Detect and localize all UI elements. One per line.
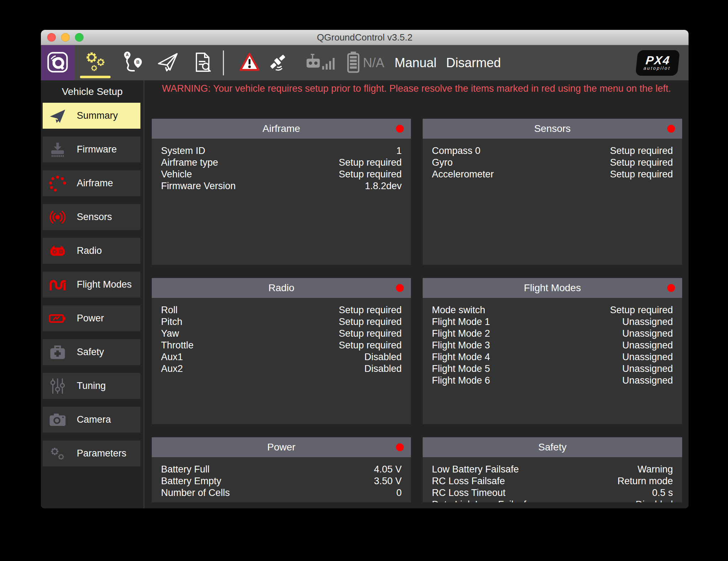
panel-body: Mode switchSetup requiredFlight Mode 1Un… (423, 298, 682, 386)
table-row: RC Loss FailsafeReturn mode (432, 475, 673, 487)
row-label: Throttle (161, 340, 194, 351)
row-label: Roll (161, 304, 178, 316)
sidebar-item-summary[interactable]: Summary (43, 103, 140, 129)
sidebar-item-parameters[interactable]: Parameters (43, 440, 140, 466)
tab-vehicle-setup[interactable] (79, 45, 111, 81)
app-window: QGroundControl v3.5.2 (41, 30, 689, 508)
flight-mode-button[interactable]: Manual (395, 45, 437, 81)
table-row: VehicleSetup required (161, 169, 402, 180)
safety-icon (47, 343, 68, 361)
row-label: Firmware Version (161, 180, 236, 192)
sidebar-item-safety[interactable]: Safety (43, 339, 140, 365)
row-label: Aux2 (161, 363, 183, 375)
panel-power: Power Battery Full4.05 VBattery Empty3.5… (152, 437, 411, 502)
route-icon: A B (122, 51, 145, 75)
battery-status-text: N/A (363, 45, 384, 81)
setup-sidebar: Vehicle Setup Summary (41, 80, 144, 508)
panel-body: Compass 0Setup requiredGyroSetup require… (423, 139, 682, 180)
sidebar-title: Vehicle Setup (41, 86, 144, 97)
svg-text:B: B (136, 59, 139, 65)
sidebar-item-camera[interactable]: Camera (43, 407, 140, 433)
panel-header: Sensors (423, 119, 682, 139)
sidebar-item-sensors[interactable]: Sensors (43, 204, 140, 230)
row-value: 1.8.2dev (365, 180, 402, 192)
power-icon (47, 310, 68, 327)
row-value: 0.5 s (652, 487, 673, 499)
close-button[interactable] (47, 33, 56, 42)
sidebar-item-radio[interactable]: Radio (43, 238, 140, 264)
panel-safety: Safety Low Battery FailsafeWarningRC Los… (423, 437, 682, 502)
px4-logo-text: PX4 (645, 55, 671, 66)
row-label: Flight Mode 2 (432, 328, 490, 340)
sidebar-item-tuning[interactable]: Tuning (43, 373, 140, 399)
table-row: YawSetup required (161, 328, 402, 340)
panel-title: Flight Modes (524, 282, 581, 294)
tab-fly[interactable] (152, 45, 184, 81)
row-value: Unassigned (622, 375, 673, 386)
sidebar-item-label: Firmware (77, 144, 117, 155)
summary-page: WARNING: Your vehicle requires setup pri… (144, 80, 689, 508)
row-value: Setup required (339, 328, 402, 340)
minimize-button[interactable] (61, 33, 70, 42)
row-label: Yaw (161, 328, 179, 340)
row-label: Number of Cells (161, 487, 230, 499)
telemetry-signal-indicator[interactable] (320, 45, 338, 81)
table-row: RC Loss Timeout0.5 s (432, 487, 673, 499)
panel-title: Safety (538, 442, 566, 453)
table-row: Flight Mode 6Unassigned (432, 375, 673, 386)
radio-icon (47, 242, 68, 260)
sidebar-item-label: Summary (77, 110, 118, 121)
airframe-icon (47, 175, 68, 192)
sidebar-item-flight-modes[interactable]: Flight Modes (43, 272, 140, 298)
satellite-icon (267, 52, 288, 74)
table-row: Low Battery FailsafeWarning (432, 464, 673, 475)
panel-header: Safety (423, 437, 682, 457)
row-label: Aux1 (161, 351, 183, 363)
row-label: Flight Mode 6 (432, 375, 490, 386)
titlebar: QGroundControl v3.5.2 (41, 30, 689, 45)
panel-header: Airframe (152, 119, 411, 139)
warning-triangle-icon (239, 52, 260, 74)
sidebar-item-label: Sensors (77, 212, 112, 223)
flight-modes-icon (47, 276, 68, 294)
alert-dot (396, 125, 404, 133)
table-row: Firmware Version1.8.2dev (161, 180, 402, 192)
row-value: Unassigned (622, 316, 673, 328)
sensors-icon (47, 208, 68, 226)
paper-plane-outline-icon (156, 51, 179, 75)
row-value: Disabled (364, 363, 402, 375)
row-value: Setup required (339, 340, 402, 351)
sidebar-item-label: Radio (77, 245, 102, 256)
window-title: QGroundControl v3.5.2 (317, 32, 413, 43)
alert-dot (396, 443, 404, 451)
row-value: Warning (637, 464, 673, 475)
panel-header: Radio (152, 278, 411, 298)
battery-icon (346, 51, 360, 75)
battery-indicator[interactable] (343, 45, 364, 81)
alert-dot (667, 125, 675, 133)
gears-icon (84, 50, 107, 75)
row-label: Mode switch (432, 304, 485, 316)
panel-radio: Radio RollSetup requiredPitchSetup requi… (152, 278, 411, 424)
qgc-logo-button[interactable] (41, 45, 74, 81)
gps-indicator[interactable] (263, 45, 293, 81)
sidebar-item-firmware[interactable]: Firmware (43, 137, 140, 162)
active-tab-underline (80, 76, 111, 78)
sidebar-item-label: Camera (77, 414, 111, 425)
table-row: PitchSetup required (161, 316, 402, 328)
tab-plan[interactable]: A B (117, 45, 149, 81)
zoom-button[interactable] (75, 33, 84, 42)
row-label: Accelerometer (432, 169, 494, 180)
table-row: Data Link Loss FailsafeDisabled (432, 499, 673, 502)
sidebar-item-airframe[interactable]: Airframe (43, 170, 140, 196)
row-value: Setup required (610, 157, 673, 169)
vehicle-messages-indicator[interactable] (235, 45, 264, 81)
row-value: Setup required (610, 145, 673, 157)
sidebar-item-power[interactable]: Power (43, 305, 140, 331)
armed-state-button[interactable]: Disarmed (446, 45, 501, 81)
sidebar-item-label: Airframe (77, 178, 113, 189)
document-search-icon (192, 51, 214, 75)
tab-analyze[interactable] (187, 45, 219, 81)
content-area: Vehicle Setup Summary (41, 80, 689, 508)
row-value: Unassigned (622, 351, 673, 363)
